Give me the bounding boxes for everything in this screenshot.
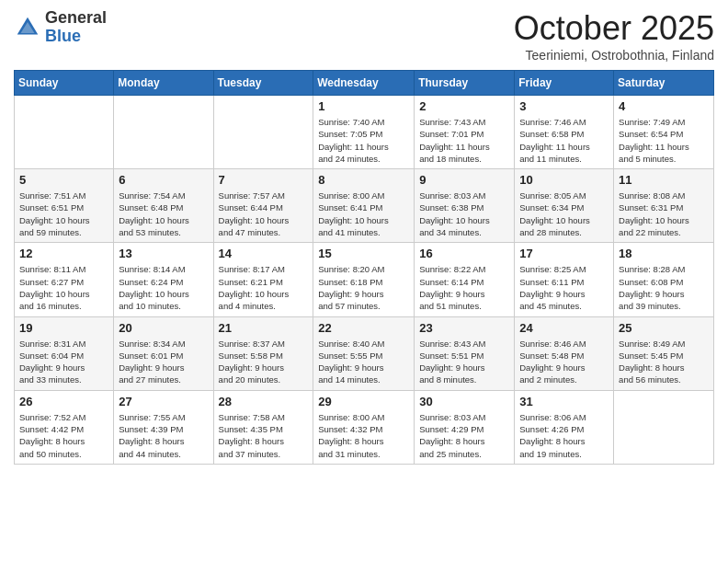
calendar-cell: 21Sunrise: 8:37 AM Sunset: 5:58 PM Dayli… xyxy=(213,316,313,390)
calendar-cell: 4Sunrise: 7:49 AM Sunset: 6:54 PM Daylig… xyxy=(614,96,714,169)
day-number: 10 xyxy=(519,173,609,187)
day-info: Sunrise: 8:11 AM Sunset: 6:27 PM Dayligh… xyxy=(19,263,108,312)
day-info: Sunrise: 8:46 AM Sunset: 5:48 PM Dayligh… xyxy=(519,338,609,386)
calendar-cell: 8Sunrise: 8:00 AM Sunset: 6:41 PM Daylig… xyxy=(313,169,415,243)
day-number: 3 xyxy=(519,99,609,113)
day-info: Sunrise: 7:40 AM Sunset: 7:05 PM Dayligh… xyxy=(318,116,409,165)
day-number: 2 xyxy=(419,99,509,113)
calendar-cell: 17Sunrise: 8:25 AM Sunset: 6:11 PM Dayli… xyxy=(515,243,614,316)
weekday-header-sunday: Sunday xyxy=(15,71,114,96)
day-number: 5 xyxy=(19,173,108,187)
calendar-cell: 6Sunrise: 7:54 AM Sunset: 6:48 PM Daylig… xyxy=(114,169,213,243)
calendar-cell: 23Sunrise: 8:43 AM Sunset: 5:51 PM Dayli… xyxy=(415,316,515,390)
day-number: 31 xyxy=(519,395,609,408)
weekday-header-wednesday: Wednesday xyxy=(313,71,415,96)
calendar-cell: 28Sunrise: 7:58 AM Sunset: 4:35 PM Dayli… xyxy=(213,390,313,464)
day-info: Sunrise: 7:49 AM Sunset: 6:54 PM Dayligh… xyxy=(619,116,709,165)
day-info: Sunrise: 8:43 AM Sunset: 5:51 PM Dayligh… xyxy=(419,338,509,386)
day-number: 27 xyxy=(119,395,208,408)
day-info: Sunrise: 8:17 AM Sunset: 6:21 PM Dayligh… xyxy=(219,263,309,312)
calendar-cell: 24Sunrise: 8:46 AM Sunset: 5:48 PM Dayli… xyxy=(515,316,614,390)
day-info: Sunrise: 8:28 AM Sunset: 6:08 PM Dayligh… xyxy=(619,263,709,312)
day-number: 7 xyxy=(219,173,309,187)
calendar-cell: 9Sunrise: 8:03 AM Sunset: 6:38 PM Daylig… xyxy=(415,169,515,243)
day-number: 22 xyxy=(318,321,409,335)
calendar-cell: 7Sunrise: 7:57 AM Sunset: 6:44 PM Daylig… xyxy=(213,169,313,243)
calendar-cell: 29Sunrise: 8:00 AM Sunset: 4:32 PM Dayli… xyxy=(313,390,415,464)
month-title: October 2025 xyxy=(514,9,714,48)
calendar-cell: 12Sunrise: 8:11 AM Sunset: 6:27 PM Dayli… xyxy=(15,243,114,316)
title-block: October 2025 Teeriniemi, Ostrobothnia, F… xyxy=(514,9,714,63)
day-info: Sunrise: 8:03 AM Sunset: 6:38 PM Dayligh… xyxy=(419,190,509,238)
day-number: 30 xyxy=(419,395,509,408)
day-info: Sunrise: 7:46 AM Sunset: 6:58 PM Dayligh… xyxy=(519,116,609,165)
calendar-cell: 20Sunrise: 8:34 AM Sunset: 6:01 PM Dayli… xyxy=(114,316,213,390)
calendar-week-row: 19Sunrise: 8:31 AM Sunset: 6:04 PM Dayli… xyxy=(15,316,714,390)
day-number: 23 xyxy=(419,321,509,335)
calendar-cell xyxy=(114,96,213,169)
day-number: 21 xyxy=(219,321,309,335)
calendar-cell: 16Sunrise: 8:22 AM Sunset: 6:14 PM Dayli… xyxy=(415,243,515,316)
calendar-cell xyxy=(614,390,714,464)
day-info: Sunrise: 7:58 AM Sunset: 4:35 PM Dayligh… xyxy=(219,411,309,460)
logo-general: General xyxy=(45,9,107,28)
day-info: Sunrise: 8:25 AM Sunset: 6:11 PM Dayligh… xyxy=(519,263,609,312)
calendar-cell: 10Sunrise: 8:05 AM Sunset: 6:34 PM Dayli… xyxy=(515,169,614,243)
day-number: 29 xyxy=(318,395,409,408)
calendar-cell: 1Sunrise: 7:40 AM Sunset: 7:05 PM Daylig… xyxy=(313,96,415,169)
day-info: Sunrise: 8:06 AM Sunset: 4:26 PM Dayligh… xyxy=(519,411,609,460)
logo: General Blue xyxy=(14,9,107,46)
weekday-header-friday: Friday xyxy=(515,71,614,96)
calendar-week-row: 1Sunrise: 7:40 AM Sunset: 7:05 PM Daylig… xyxy=(15,96,714,169)
calendar-cell: 5Sunrise: 7:51 AM Sunset: 6:51 PM Daylig… xyxy=(15,169,114,243)
day-number: 12 xyxy=(19,247,108,260)
calendar-cell: 31Sunrise: 8:06 AM Sunset: 4:26 PM Dayli… xyxy=(515,390,614,464)
day-info: Sunrise: 8:22 AM Sunset: 6:14 PM Dayligh… xyxy=(419,263,509,312)
calendar-week-row: 5Sunrise: 7:51 AM Sunset: 6:51 PM Daylig… xyxy=(15,169,714,243)
day-number: 8 xyxy=(318,173,409,187)
calendar-table: SundayMondayTuesdayWednesdayThursdayFrid… xyxy=(14,70,714,465)
day-number: 24 xyxy=(519,321,609,335)
page-header: General Blue October 2025 Teeriniemi, Os… xyxy=(14,9,714,63)
calendar-cell: 11Sunrise: 8:08 AM Sunset: 6:31 PM Dayli… xyxy=(614,169,714,243)
day-number: 20 xyxy=(119,321,208,335)
day-number: 13 xyxy=(119,247,208,260)
day-info: Sunrise: 8:31 AM Sunset: 6:04 PM Dayligh… xyxy=(19,338,108,386)
day-info: Sunrise: 7:54 AM Sunset: 6:48 PM Dayligh… xyxy=(119,190,208,238)
day-number: 14 xyxy=(219,247,309,260)
day-number: 9 xyxy=(419,173,509,187)
calendar-cell: 14Sunrise: 8:17 AM Sunset: 6:21 PM Dayli… xyxy=(213,243,313,316)
day-info: Sunrise: 7:52 AM Sunset: 4:42 PM Dayligh… xyxy=(19,411,108,460)
day-info: Sunrise: 8:00 AM Sunset: 6:41 PM Dayligh… xyxy=(318,190,409,238)
logo-icon xyxy=(14,14,41,41)
calendar-week-row: 12Sunrise: 8:11 AM Sunset: 6:27 PM Dayli… xyxy=(15,243,714,316)
day-info: Sunrise: 7:57 AM Sunset: 6:44 PM Dayligh… xyxy=(219,190,309,238)
day-info: Sunrise: 8:37 AM Sunset: 5:58 PM Dayligh… xyxy=(219,338,309,386)
weekday-header-thursday: Thursday xyxy=(415,71,515,96)
day-info: Sunrise: 8:03 AM Sunset: 4:29 PM Dayligh… xyxy=(419,411,509,460)
calendar-cell: 25Sunrise: 8:49 AM Sunset: 5:45 PM Dayli… xyxy=(614,316,714,390)
weekday-header-tuesday: Tuesday xyxy=(213,71,313,96)
day-info: Sunrise: 7:55 AM Sunset: 4:39 PM Dayligh… xyxy=(119,411,208,460)
weekday-header-monday: Monday xyxy=(114,71,213,96)
day-number: 16 xyxy=(419,247,509,260)
calendar-cell: 26Sunrise: 7:52 AM Sunset: 4:42 PM Dayli… xyxy=(15,390,114,464)
weekday-header-saturday: Saturday xyxy=(614,71,714,96)
day-number: 19 xyxy=(19,321,108,335)
day-info: Sunrise: 8:20 AM Sunset: 6:18 PM Dayligh… xyxy=(318,263,409,312)
calendar-cell: 27Sunrise: 7:55 AM Sunset: 4:39 PM Dayli… xyxy=(114,390,213,464)
calendar-cell: 3Sunrise: 7:46 AM Sunset: 6:58 PM Daylig… xyxy=(515,96,614,169)
day-number: 4 xyxy=(619,99,709,113)
day-number: 6 xyxy=(119,173,208,187)
location-subtitle: Teeriniemi, Ostrobothnia, Finland xyxy=(514,48,714,63)
day-info: Sunrise: 7:51 AM Sunset: 6:51 PM Dayligh… xyxy=(19,190,108,238)
day-info: Sunrise: 8:40 AM Sunset: 5:55 PM Dayligh… xyxy=(318,338,409,386)
calendar-cell: 18Sunrise: 8:28 AM Sunset: 6:08 PM Dayli… xyxy=(614,243,714,316)
day-number: 28 xyxy=(219,395,309,408)
day-info: Sunrise: 8:00 AM Sunset: 4:32 PM Dayligh… xyxy=(318,411,409,460)
day-number: 18 xyxy=(619,247,709,260)
calendar-cell: 30Sunrise: 8:03 AM Sunset: 4:29 PM Dayli… xyxy=(415,390,515,464)
day-number: 1 xyxy=(318,99,409,113)
day-number: 26 xyxy=(19,395,108,408)
day-info: Sunrise: 8:49 AM Sunset: 5:45 PM Dayligh… xyxy=(619,338,709,386)
